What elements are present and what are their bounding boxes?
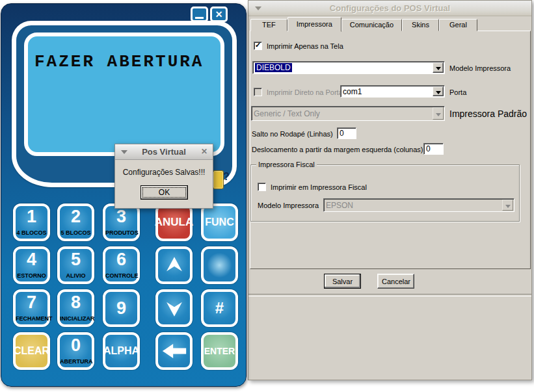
port-combobox[interactable]: com1 bbox=[340, 85, 445, 98]
dropdown-arrow-icon bbox=[502, 200, 513, 211]
dropdown-arrow-icon[interactable] bbox=[433, 62, 444, 73]
divider bbox=[248, 294, 531, 296]
key-6[interactable]: 6 CONTROLE bbox=[103, 246, 140, 284]
tab-strip: TEF Impressora Comunicação Skins Geral bbox=[250, 17, 477, 31]
key-blank[interactable] bbox=[201, 246, 238, 284]
screen-only-checkbox[interactable]: ✓ bbox=[254, 42, 262, 50]
message-dialog: Pos Virtual ✕ Configurações Salvas!!! OK bbox=[114, 144, 213, 209]
key-down[interactable] bbox=[155, 289, 193, 327]
key-alpha[interactable]: ALPHA bbox=[103, 332, 140, 370]
desktop: { "icons": { "close_glyph": "✕", "check_… bbox=[0, 0, 534, 392]
fiscal-model-label: Modelo Impressora bbox=[258, 202, 319, 209]
tab-skins[interactable]: Skins bbox=[402, 19, 439, 31]
dialog-title: Pos Virtual bbox=[115, 144, 213, 159]
dropdown-arrow-icon bbox=[433, 107, 444, 120]
fiscal-print-label: Imprimir em Impressora Fiscal bbox=[271, 183, 367, 191]
money-icon[interactable] bbox=[213, 170, 224, 189]
key-2[interactable]: 2 5 BLOCOS bbox=[57, 203, 94, 241]
key-3[interactable]: 3 PRODUTOS bbox=[103, 203, 140, 241]
screen-only-label: Imprimir Apenas na Tela bbox=[267, 42, 343, 50]
direct-port-label: Imprimir Direto na Porta bbox=[267, 88, 343, 96]
default-printer-combobox[interactable]: Generic / Text Only bbox=[251, 106, 445, 121]
key-8[interactable]: 8 INICIALIZAR bbox=[57, 289, 94, 327]
fiscal-model-combobox[interactable]: EPSON bbox=[323, 198, 514, 212]
dropdown-arrow-icon[interactable] bbox=[433, 86, 444, 96]
printer-model-combobox[interactable]: DIEBOLD bbox=[252, 61, 445, 74]
help-icon[interactable]: ? bbox=[223, 171, 230, 183]
up-arrow-icon bbox=[163, 254, 186, 276]
printer-model-value: DIEBOLD bbox=[255, 63, 292, 72]
keypad-row-4: CLEAR 0 ABERTURA ALPHA ENTER bbox=[13, 332, 238, 370]
ok-button[interactable]: OK bbox=[140, 185, 188, 200]
left-margin-label: Deslocamento a partir da margem esquerda… bbox=[252, 146, 423, 153]
footer-skip-input[interactable] bbox=[337, 127, 356, 139]
window-menu-icon[interactable] bbox=[255, 7, 261, 10]
keypad-row-1: 1 4 BLOCOS 2 5 BLOCOS 3 PRODUTOS ANULA F… bbox=[13, 203, 238, 241]
default-printer-value: Generic / Text Only bbox=[254, 109, 320, 118]
tab-geral[interactable]: Geral bbox=[439, 19, 477, 31]
close-button[interactable]: ✕ bbox=[210, 7, 228, 22]
key-enter[interactable]: ENTER bbox=[201, 332, 238, 370]
fiscal-print-checkbox[interactable] bbox=[258, 183, 266, 191]
key-9[interactable]: 9 bbox=[103, 289, 140, 327]
key-anula[interactable]: ANULA bbox=[155, 203, 193, 241]
direct-port-checkbox[interactable] bbox=[254, 88, 262, 96]
key-clear[interactable]: CLEAR bbox=[13, 332, 50, 370]
minimize-button[interactable] bbox=[191, 7, 208, 22]
key-1[interactable]: 1 4 BLOCOS bbox=[13, 203, 50, 241]
key-5[interactable]: 5 ALIVIO bbox=[57, 246, 94, 284]
fiscal-printer-group: Impressora Fiscal Imprimir em Impressora… bbox=[250, 164, 520, 222]
tab-tef[interactable]: TEF bbox=[250, 19, 287, 31]
key-hash[interactable]: # bbox=[201, 289, 238, 327]
tab-impressora[interactable]: Impressora bbox=[287, 17, 341, 32]
minimize-icon bbox=[195, 17, 204, 19]
config-window: Configurações do POS Virtual TEF Impress… bbox=[248, 0, 532, 380]
tab-comunicacao[interactable]: Comunicação bbox=[341, 19, 402, 31]
close-icon: ✕ bbox=[212, 9, 226, 20]
left-arrow-icon bbox=[161, 342, 187, 360]
config-window-title: Configurações do POS Virtual bbox=[248, 1, 531, 16]
left-margin-input[interactable] bbox=[423, 143, 444, 155]
key-4[interactable]: 4 ESTORNO bbox=[13, 246, 50, 284]
dialog-message: Configurações Salvas!!! bbox=[115, 168, 213, 177]
screen-text: FAZER ABERTURA bbox=[34, 52, 204, 72]
default-printer-label: Impressora Padrão bbox=[449, 109, 527, 119]
key-0[interactable]: 0 ABERTURA bbox=[57, 332, 94, 370]
key-up[interactable] bbox=[155, 246, 193, 284]
footer-skip-label: Salto no Rodapé (Linhas) bbox=[252, 130, 333, 138]
cancel-button[interactable]: Cancelar bbox=[377, 274, 414, 289]
port-value: com1 bbox=[343, 87, 362, 96]
keypad-row-3: 7 FECHAMENT 8 INICIALIZAR 9 # bbox=[13, 289, 238, 327]
down-arrow-icon bbox=[163, 297, 186, 319]
save-button[interactable]: Salvar bbox=[324, 274, 361, 289]
keypad-row-2: 4 ESTORNO 5 ALIVIO 6 CONTROLE bbox=[13, 246, 238, 284]
ok-button-label: OK bbox=[142, 187, 186, 198]
config-titlebar: Configurações do POS Virtual bbox=[248, 1, 531, 16]
key-7[interactable]: 7 FECHAMENT bbox=[13, 289, 50, 327]
printer-model-label: Modelo Impressora bbox=[449, 64, 511, 72]
check-icon: ✓ bbox=[255, 41, 261, 49]
port-label: Porta bbox=[449, 88, 466, 96]
fiscal-group-title: Impressora Fiscal bbox=[256, 161, 317, 168]
pos-screen: FAZER ABERTURA bbox=[24, 33, 224, 156]
dialog-titlebar: Pos Virtual ✕ bbox=[115, 144, 213, 160]
key-func[interactable]: FUNC bbox=[201, 203, 238, 241]
fiscal-model-value: EPSON bbox=[326, 201, 353, 210]
key-backspace[interactable] bbox=[155, 332, 193, 370]
close-icon[interactable]: ✕ bbox=[201, 144, 207, 159]
window-menu-icon[interactable] bbox=[121, 150, 127, 154]
